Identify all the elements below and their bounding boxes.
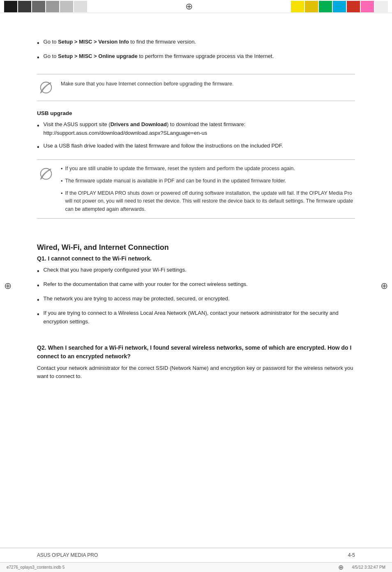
svg-point-1 xyxy=(41,168,52,179)
note-pencil-icon-2 xyxy=(38,166,54,182)
q1-title: Q1. I cannot connect to the Wi-Fi networ… xyxy=(37,255,355,262)
footer-left: ASUS O!PLAY MEDIA PRO xyxy=(37,552,98,558)
q1-bullet-4: • If you are trying to connect to a Wire… xyxy=(37,309,355,326)
bullet-text-2: Go to Setup > MISC > Online upgrade to p… xyxy=(44,52,355,61)
multi-note-item-2: • The firmware update manual is availabl… xyxy=(61,177,355,185)
right-crosshair: ⊕ xyxy=(380,281,388,291)
bullet-dot-1: • xyxy=(37,38,39,48)
q1-bullet-dot-4: • xyxy=(37,309,39,319)
wired-wifi-title: Wired, Wi-Fi, and Internet Connection xyxy=(37,243,355,252)
svg-point-0 xyxy=(41,82,52,93)
usb-bullet-2: • Use a USB flash drive loaded with the … xyxy=(37,142,355,152)
note-pencil-icon xyxy=(38,80,54,95)
color-block-red xyxy=(347,1,360,12)
footer: ASUS O!PLAY MEDIA PRO 4-5 xyxy=(0,548,392,562)
usb-bullet-dot-1: • xyxy=(37,121,39,131)
q1-bullets: • Check that you have properly configure… xyxy=(37,266,355,326)
multi-note-content: • If you are still unable to update the … xyxy=(61,165,355,213)
q1-bullet-2: • Refer to the documentation that came w… xyxy=(37,280,355,291)
firmware-bullets: • Go to Setup > MISC > Version Info to f… xyxy=(37,38,355,67)
page-wrapper: ⊕ ⊕ ⊕ • Go to Setup > MISC > Version Inf… xyxy=(0,0,392,572)
note-box-internet: Make sure that you have Internet connect… xyxy=(37,74,355,101)
color-block-cyan xyxy=(333,1,346,12)
multi-note-item-3: • If the O!PLAY MEDIA PRO shuts down or … xyxy=(61,189,355,213)
usb-upgrade-heading: USB upgrade xyxy=(37,110,355,116)
q2-block: Q2. When I searched for a Wi-Fi network,… xyxy=(37,344,355,381)
q1-bullet-text-2: Refer to the documentation that came wit… xyxy=(44,280,355,289)
bold-setup-misc-online: Setup > MISC > Online upgrade xyxy=(58,53,138,59)
color-block-6 xyxy=(74,1,87,12)
usb-bullet-1: • Visit the ASUS support site (Drivers a… xyxy=(37,120,355,138)
q1-bullet-1: • Check that you have properly configure… xyxy=(37,266,355,276)
multi-note-bullet-2: • xyxy=(61,177,63,185)
top-header: ⊕ xyxy=(0,0,392,13)
color-block-yellow xyxy=(291,1,304,12)
multi-note-bullet-3: • xyxy=(61,189,63,213)
color-block-1 xyxy=(4,1,17,12)
color-block-5 xyxy=(60,1,73,12)
multi-note-text-3: If the O!PLAY MEDIA PRO shuts down or po… xyxy=(65,189,355,213)
bottom-filename: e7276_oplays3_contents.indb 5 xyxy=(7,565,330,570)
bullet-text-1: Go to Setup > MISC > Version Info to fin… xyxy=(44,38,355,46)
bottom-bar: e7276_oplays3_contents.indb 5 ⊕ 4/5/12 3… xyxy=(0,562,392,572)
usb-upgrade-section: USB upgrade • Visit the ASUS support sit… xyxy=(37,110,355,230)
multi-note-icon xyxy=(37,165,55,183)
usb-bullet-dot-2: • xyxy=(37,142,39,152)
q1-bullet-dot-1: • xyxy=(37,266,39,276)
q2-title: Q2. When I searched for a Wi-Fi network,… xyxy=(37,344,355,361)
crosshair-icon: ⊕ xyxy=(185,1,193,12)
top-right-color-blocks xyxy=(291,0,392,13)
q1-bullet-dot-3: • xyxy=(37,295,39,305)
multi-note-text-2: The firmware update manual is available … xyxy=(65,177,286,185)
q1-bullet-text-4: If you are trying to connect to a Wirele… xyxy=(44,309,355,326)
color-block-white xyxy=(375,1,388,12)
bold-setup-misc-version: Setup > MISC > Version Info xyxy=(58,39,129,45)
left-crosshair: ⊕ xyxy=(4,281,12,291)
top-left-color-blocks xyxy=(0,0,87,13)
bottom-timestamp: 4/5/12 3:32:47 PM xyxy=(352,565,385,570)
q2-body: Contact your network administrator for t… xyxy=(37,364,355,381)
q1-bullet-3: • The network you are trying to access m… xyxy=(37,295,355,305)
multi-note-item-1: • If you are still unable to update the … xyxy=(61,165,355,173)
footer-right: 4-5 xyxy=(348,552,355,558)
q1-bullet-text-1: Check that you have properly configured … xyxy=(44,266,355,274)
usb-bullets: • Visit the ASUS support site (Drivers a… xyxy=(37,120,355,152)
bullet-item-2: • Go to Setup > MISC > Online upgrade to… xyxy=(37,52,355,62)
note-text-internet: Make sure that you have Internet connect… xyxy=(61,78,233,88)
top-center-crosshair: ⊕ xyxy=(87,0,291,13)
color-block-pink xyxy=(361,1,374,12)
usb-bullet-text-1: Visit the ASUS support site (Drivers and… xyxy=(44,120,355,138)
wired-wifi-section: Wired, Wi-Fi, and Internet Connection Q1… xyxy=(37,240,355,334)
color-block-2 xyxy=(18,1,31,12)
color-block-green xyxy=(319,1,332,12)
usb-bullet-text-2: Use a USB flash drive loaded with the la… xyxy=(44,142,355,150)
multi-note-bullet-1: • xyxy=(61,165,63,173)
bottom-crosshair-icon: ⊕ xyxy=(338,563,344,571)
q1-bullet-text-3: The network you are trying to access may… xyxy=(44,295,355,303)
color-block-4 xyxy=(46,1,59,12)
bullet-dot-2: • xyxy=(37,53,39,62)
content-area: • Go to Setup > MISC > Version Info to f… xyxy=(0,13,392,548)
color-block-gold xyxy=(305,1,318,12)
bullet-item-1: • Go to Setup > MISC > Version Info to f… xyxy=(37,38,355,48)
multi-note-box: • If you are still unable to update the … xyxy=(37,159,355,219)
multi-note-text-1: If you are still unable to update the fi… xyxy=(65,165,295,173)
q1-bullet-dot-2: • xyxy=(37,281,39,291)
bold-drivers-download: Drivers and Download xyxy=(111,121,167,127)
color-block-3 xyxy=(32,1,45,12)
note-icon-1 xyxy=(37,78,55,97)
